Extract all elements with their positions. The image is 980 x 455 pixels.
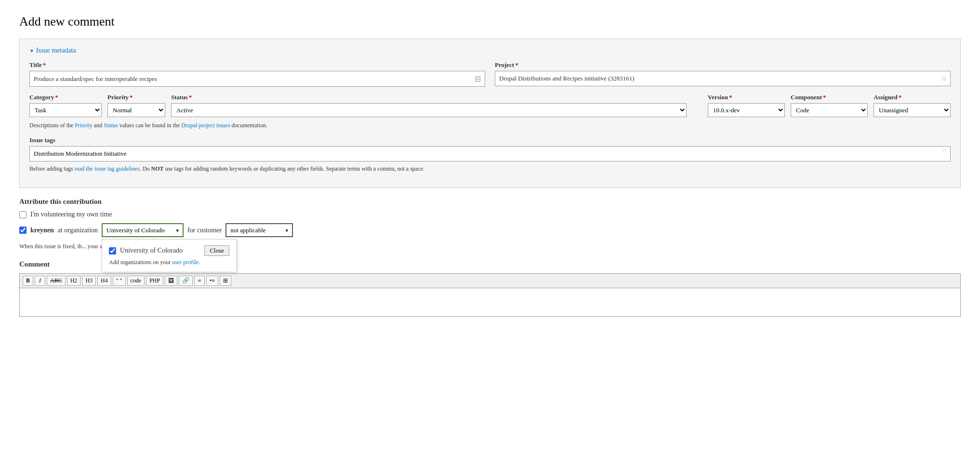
- issue-metadata-section: Issue metadata Title* Produce a standard…: [19, 39, 961, 188]
- title-icon: ⊟: [475, 74, 481, 83]
- assigned-label: Assigned*: [874, 94, 951, 101]
- popup-helper-text: Add organizations on your user profile.: [109, 259, 229, 266]
- popup-close-button[interactable]: Close: [204, 245, 229, 256]
- comment-toolbar: B I ABC H2 H3 H4 " " code PHP 🖼 🔗 ≡ •≡ ⊞: [19, 273, 961, 288]
- priority-field-group: Priority* Critical Major Normal Minor: [107, 94, 165, 117]
- status-select[interactable]: Active Needs work Needs review Fixed Clo…: [171, 103, 687, 117]
- category-select[interactable]: Task Bug report Feature request Support …: [29, 103, 102, 117]
- attribution-title: Attribute this contribution: [19, 198, 961, 206]
- component-field-group: Component* Code Documentation UI text: [791, 94, 868, 117]
- volunteer-checkbox[interactable]: [19, 211, 26, 218]
- toolbar-strikethrough[interactable]: ABC: [47, 276, 66, 286]
- status-field-group: Status* Active Needs work Needs review F…: [171, 94, 687, 117]
- popup-org-checkbox[interactable]: [109, 247, 116, 254]
- project-field-group: Project* Drupal Distributions and Recipe…: [495, 61, 951, 87]
- username-label: kreynen: [30, 227, 54, 234]
- volunteer-label: I'm volunteering my own time: [30, 211, 112, 218]
- toolbar-italic[interactable]: I: [35, 276, 45, 286]
- issue-tags-group: Issue tags ○ Before adding tags read the…: [29, 136, 951, 173]
- priority-status-helper: Descriptions of the Priority and Status …: [29, 121, 951, 130]
- attribution-row: kreynen at organization University of Co…: [19, 223, 961, 237]
- popup-checkbox-row: University of Colorado: [109, 247, 183, 254]
- page-title: Add new comment: [19, 14, 961, 29]
- version-select[interactable]: 10.0.x-dev 9.5.x-dev: [708, 103, 785, 117]
- toolbar-image[interactable]: 🖼: [165, 276, 177, 286]
- tags-input[interactable]: [29, 146, 951, 161]
- status-link[interactable]: Status: [104, 122, 118, 129]
- org-popup: University of Colorado Close Add organiz…: [102, 239, 237, 272]
- toolbar-link[interactable]: 🔗: [179, 276, 193, 286]
- component-label: Component*: [791, 94, 868, 101]
- priority-label: Priority*: [107, 94, 165, 101]
- toolbar-bold[interactable]: B: [23, 276, 33, 286]
- title-input[interactable]: Produce a standard/spec for interoperabl…: [29, 71, 485, 87]
- popup-org-label: University of Colorado: [120, 247, 183, 254]
- toolbar-h4[interactable]: H4: [97, 276, 111, 286]
- comment-textarea[interactable]: [19, 288, 961, 317]
- project-spinner-icon: ○: [941, 74, 946, 83]
- toolbar-code[interactable]: code: [127, 276, 145, 286]
- for-customer-label: for customer: [187, 227, 222, 234]
- tag-guidelines-link[interactable]: read the issue tag guidelines: [75, 165, 140, 172]
- metadata-toggle-label: Issue metadata: [36, 47, 76, 54]
- project-label: Project*: [495, 61, 951, 69]
- org-select-wrap: University of Colorado: [102, 223, 184, 237]
- tags-label: Issue tags: [29, 136, 951, 144]
- toolbar-quote[interactable]: " ": [113, 276, 126, 286]
- toolbar-h3[interactable]: H3: [82, 276, 96, 286]
- toolbar-ul[interactable]: •≡: [206, 276, 218, 286]
- customer-select-wrap: not applicable Customer A: [225, 223, 293, 237]
- org-select-container: University of Colorado University of Col…: [102, 223, 184, 237]
- toolbar-ol[interactable]: ≡: [194, 276, 205, 286]
- assigned-field-group: Assigned* Unassigned: [874, 94, 951, 117]
- version-label: Version*: [708, 94, 785, 101]
- popup-header: University of Colorado Close: [109, 245, 229, 256]
- tags-helper: Before adding tags read the issue tag gu…: [29, 164, 951, 173]
- toolbar-php[interactable]: PHP: [146, 276, 163, 286]
- title-field-group: Title* Produce a standard/spec for inter…: [29, 61, 485, 87]
- at-org-label: at organization: [58, 227, 98, 234]
- user-profile-link[interactable]: user profile: [172, 259, 199, 266]
- status-label: Status*: [171, 94, 687, 101]
- priority-link[interactable]: Priority: [75, 122, 93, 129]
- component-select[interactable]: Code Documentation UI text: [791, 103, 868, 117]
- toolbar-table[interactable]: ⊞: [220, 276, 231, 286]
- category-label: Category*: [29, 94, 102, 101]
- org-select[interactable]: University of Colorado: [102, 223, 184, 237]
- customer-select[interactable]: not applicable Customer A: [225, 223, 293, 237]
- tags-spinner-icon: ○: [942, 146, 947, 155]
- toolbar-h2[interactable]: H2: [67, 276, 81, 286]
- version-field-group: Version* 10.0.x-dev 9.5.x-dev: [708, 94, 785, 117]
- assigned-select[interactable]: Unassigned: [874, 103, 951, 117]
- drupal-issues-link[interactable]: Drupal project issues: [181, 122, 230, 129]
- tags-input-wrap: ○: [29, 146, 951, 161]
- title-label: Title*: [29, 61, 485, 69]
- attribution-section: Attribute this contribution I'm voluntee…: [19, 198, 961, 251]
- priority-select[interactable]: Critical Major Normal Minor: [107, 103, 165, 117]
- category-field-group: Category* Task Bug report Feature reques…: [29, 94, 102, 117]
- title-value: Produce a standard/spec for interoperabl…: [34, 75, 157, 83]
- volunteer-row: I'm volunteering my own time: [19, 211, 961, 218]
- title-project-row: Title* Produce a standard/spec for inter…: [29, 61, 951, 87]
- project-value: Drupal Distributions and Recipes initiat…: [499, 75, 635, 82]
- metadata-toggle[interactable]: Issue metadata: [29, 47, 951, 54]
- project-input[interactable]: Drupal Distributions and Recipes initiat…: [495, 71, 951, 86]
- attribution-checkbox[interactable]: [19, 227, 26, 234]
